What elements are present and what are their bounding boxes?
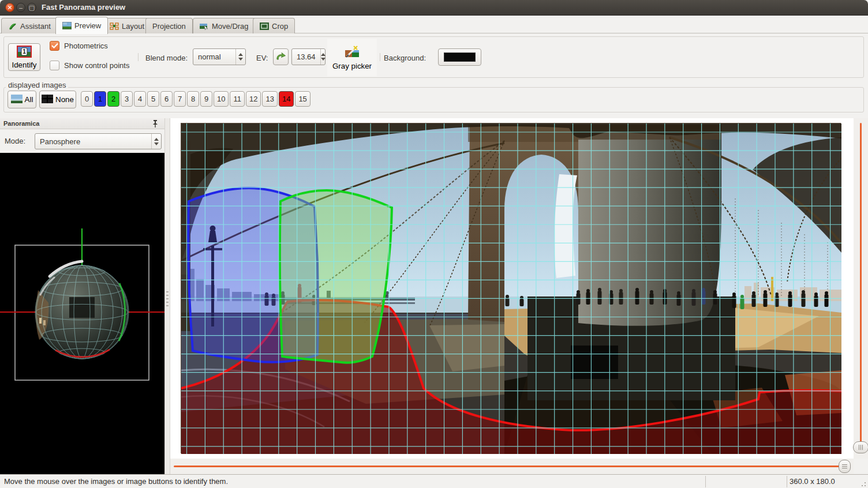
image-toggle-1[interactable]: 1 [94,91,106,107]
ev-label: EV: [256,54,268,62]
tab-label: Projection [152,22,186,31]
toolbar-separator [380,53,380,61]
toolbar: 1 Identify Photometrics Show control poi… [3,36,864,78]
gray-picker-button[interactable]: Gray picker [327,39,377,76]
image-toggle-14[interactable]: 14 [279,91,294,107]
mode-row: Mode: Panosphere [0,129,164,153]
displayed-images-label: displayed images [6,81,68,89]
maximize-button[interactable]: ▢ [27,3,36,12]
show-control-points-row: Show control points [50,60,129,70]
none-label: None [55,95,74,104]
image-toggle-10[interactable]: 10 [214,91,229,107]
image-toggle-15[interactable]: 15 [295,91,310,107]
ev-spinbox[interactable]: 13.64 [291,48,326,65]
panosphere-panel: Panoramica Mode: Panosphere [0,118,164,474]
gray-picker-label: Gray picker [332,62,372,70]
pin-icon[interactable] [152,119,160,128]
show-none-button[interactable]: None [39,91,76,108]
crane [771,277,773,301]
image-toggle-2[interactable]: 2 [107,91,119,107]
toolbar-separator [138,53,139,61]
tab-preview[interactable]: Preview [55,17,108,34]
status-message: Move the mouse over the images or image … [4,477,228,486]
panorama-canvas[interactable] [181,123,841,453]
horizontal-pan-slider[interactable] [170,459,854,474]
titlebar: ✕ – ▢ Fast Panorama preview [0,0,868,16]
photometrics-checkbox-row: Photometrics [50,40,108,51]
blend-mode-select[interactable]: normal [193,48,246,65]
show-control-points-label: Show control points [64,61,129,70]
mode-label: Mode: [5,137,25,145]
image-toggle-8[interactable]: 8 [187,91,199,107]
tab-label: Assistant [20,22,51,31]
blend-mode-value: normal [193,49,235,65]
ev-reset-button[interactable] [273,48,289,65]
image-toggle-7[interactable]: 7 [174,91,186,107]
image-toggle-6[interactable]: 6 [160,91,173,107]
vertical-pan-slider[interactable] [854,118,868,459]
resize-grip[interactable] [859,480,866,487]
tab-label: Layout [122,22,144,31]
identify-button[interactable]: 1 Identify [8,43,40,71]
green-arrow-icon [275,51,286,62]
vertical-slider-handle[interactable] [853,441,868,453]
no-images-icon [42,95,53,105]
blend-mode-stepper[interactable] [235,49,245,65]
identify-label: Identify [12,61,37,69]
tab-label: Preview [74,21,101,30]
panel-splitter[interactable] [164,118,170,474]
tab-layout[interactable]: Layout [103,18,151,33]
gray-picker-icon [345,45,360,60]
image-toggle-3[interactable]: 3 [121,91,133,107]
check-icon [51,42,58,50]
image-toggle-4[interactable]: 4 [134,91,146,107]
ev-spin-stepper[interactable] [320,49,326,65]
tower-window [571,346,618,379]
all-label: All [25,95,33,104]
minimize-button[interactable]: – [16,3,25,12]
show-control-points-checkbox[interactable] [50,61,59,70]
all-images-icon [11,95,23,105]
image-toggle-5[interactable]: 5 [147,91,159,107]
panosphere-viewport[interactable] [0,153,164,474]
tab-move-drag[interactable]: Move/Drag [193,18,256,33]
horizontal-slider-handle[interactable] [839,460,851,473]
image-toggle-12[interactable]: 12 [246,91,261,107]
background-color-button[interactable] [438,48,481,66]
canvas-size-readout: 360.0 x 180.0 [790,477,835,486]
status-bar: Move the mouse over the images or image … [0,474,868,488]
image-toggle-13[interactable]: 13 [262,91,277,107]
show-all-button[interactable]: All [8,91,36,108]
image-toggle-buttons: 0123456789101112131415 [81,91,310,107]
mode-select[interactable]: Panosphere [35,133,162,149]
identify-icon: 1 [17,46,32,59]
statusbar-separator [787,476,787,487]
background-label: Background: [384,54,426,62]
tab-crop[interactable]: Crop [253,18,295,33]
blend-mode-label: Blend mode: [145,54,188,62]
background-color-swatch [444,52,476,62]
panel-header: Panoramica [0,118,164,129]
image-toggle-0[interactable]: 0 [81,91,93,107]
tab-projection[interactable]: Projection [145,18,193,33]
app-window: ✕ – ▢ Fast Panorama preview Assistant Pr… [0,0,868,488]
tab-assistant[interactable]: Assistant [1,18,58,33]
image-toggle-11[interactable]: 11 [230,91,245,107]
photometrics-checkbox[interactable] [50,41,59,51]
statusbar-separator [705,476,706,487]
tab-label: Crop [272,22,288,31]
layout-icon [110,22,119,30]
assistant-icon [8,22,17,30]
image-toggle-9[interactable]: 9 [200,91,212,107]
close-button[interactable]: ✕ [5,3,14,12]
panel-title: Panoramica [3,120,39,127]
preview-icon [62,22,72,29]
mode-value: Panosphere [35,134,151,149]
mode-stepper[interactable] [151,134,161,149]
crop-icon [260,22,269,30]
horizontal-slider-track[interactable] [174,466,850,467]
window-title: Fast Panorama preview [42,3,125,12]
vertical-slider-track[interactable] [860,123,862,452]
move-drag-icon [200,22,209,30]
tab-label: Move/Drag [212,22,249,31]
